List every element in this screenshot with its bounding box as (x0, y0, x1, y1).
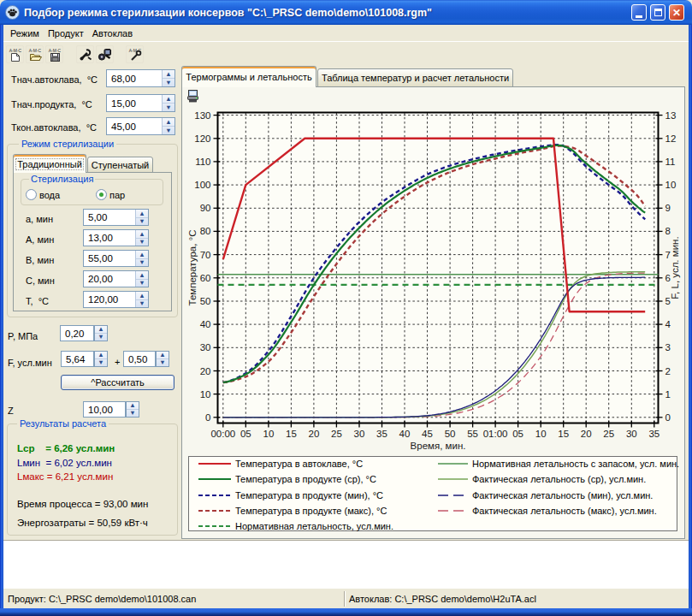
svg-text:55: 55 (467, 429, 478, 439)
svg-text:20: 20 (581, 429, 592, 439)
svg-text:F, L, усл. мин.: F, L, усл. мин. (670, 236, 680, 299)
svg-text:8: 8 (665, 226, 671, 236)
svg-text:15: 15 (286, 429, 297, 439)
svg-text:130: 130 (194, 110, 210, 121)
svg-text:01:00: 01:00 (483, 429, 508, 439)
svg-text:10: 10 (263, 429, 275, 439)
svg-text:30: 30 (354, 429, 365, 439)
svg-text:10: 10 (665, 180, 677, 190)
svg-text:10: 10 (200, 389, 211, 400)
svg-text:35: 35 (648, 429, 659, 439)
svg-text:0: 0 (665, 412, 671, 423)
svg-text:12: 12 (665, 133, 677, 144)
svg-text:3: 3 (665, 342, 671, 352)
svg-text:Температура, °C: Температура, °C (187, 230, 198, 306)
svg-text:60: 60 (200, 273, 211, 283)
svg-text:45: 45 (422, 429, 433, 439)
svg-text:120: 120 (194, 133, 210, 144)
svg-text:11: 11 (665, 157, 676, 167)
svg-text:00:00: 00:00 (210, 429, 235, 439)
svg-text:15: 15 (558, 429, 569, 439)
svg-text:30: 30 (200, 342, 211, 352)
svg-text:110: 110 (195, 157, 210, 167)
svg-text:50: 50 (200, 296, 211, 306)
svg-text:10: 10 (535, 429, 547, 439)
svg-text:2: 2 (665, 366, 671, 376)
svg-text:30: 30 (626, 429, 637, 439)
svg-text:Время, мин.: Время, мин. (411, 441, 466, 451)
svg-text:1: 1 (665, 389, 671, 400)
svg-text:80: 80 (200, 226, 211, 236)
svg-text:25: 25 (331, 429, 342, 439)
svg-text:90: 90 (200, 203, 211, 213)
svg-text:35: 35 (376, 429, 387, 439)
svg-text:100: 100 (194, 180, 210, 190)
svg-text:50: 50 (445, 429, 456, 439)
svg-text:25: 25 (603, 429, 614, 439)
svg-text:20: 20 (309, 429, 320, 439)
svg-text:13: 13 (665, 110, 677, 121)
svg-text:20: 20 (200, 366, 211, 376)
svg-text:05: 05 (240, 429, 251, 439)
svg-text:9: 9 (665, 203, 671, 213)
svg-text:40: 40 (399, 429, 411, 439)
svg-text:0: 0 (205, 412, 210, 423)
svg-text:4: 4 (665, 319, 671, 329)
svg-text:40: 40 (200, 319, 211, 329)
svg-text:70: 70 (200, 250, 211, 260)
svg-text:05: 05 (512, 429, 523, 439)
